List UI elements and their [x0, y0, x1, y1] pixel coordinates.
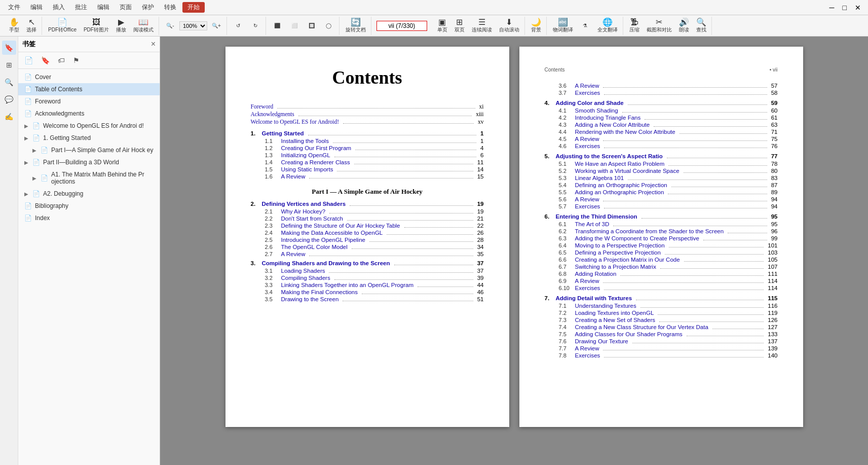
start-button[interactable]: 开始 [182, 2, 205, 13]
menu-convert[interactable]: 转换 [160, 2, 180, 13]
sidebar-item-foreword[interactable]: 📄 Foreword [18, 95, 160, 108]
screenshot-tool[interactable]: ✂ 截图和对比 [644, 17, 675, 34]
menu-edit[interactable]: 编辑 [26, 2, 47, 13]
toc-ch5-link[interactable]: Adjusting to the Screen's Aspect Ratio [556, 153, 663, 159]
sidebar-item-cover[interactable]: 📄 Cover [18, 71, 160, 83]
hand-tool[interactable]: ✋ 手型 [6, 17, 22, 34]
toc-2-5: 2.5 Introducing the OpenGL Pipeline 28 [251, 237, 484, 243]
toc-ch6-link[interactable]: Entering the Third Dimension [556, 213, 637, 220]
toc-1-2-link[interactable]: Creating Our First Program [281, 145, 352, 151]
toc-1-4-link[interactable]: Creating a Renderer Class [281, 159, 350, 165]
sidebar-item-getting-started[interactable]: ▶ 📄 1. Getting Started [18, 132, 160, 144]
menu-page[interactable]: 页面 [116, 2, 136, 13]
toc-ch7-link[interactable]: Adding Detail with Textures [556, 295, 632, 301]
auto-scroll-tool[interactable]: ⬇ 自动滚动 [496, 17, 522, 34]
single-page-tool[interactable]: ▣ 单页 [434, 17, 450, 34]
sidebar-icon-flag[interactable]: ⚑ [71, 54, 82, 66]
sidebar-item-acknowledgments[interactable]: 📄 Acknowledgments [18, 108, 160, 120]
tool-group-bg: 🌙 背景 [526, 17, 547, 35]
arrow-a2: ▶ [24, 191, 28, 197]
rotate-left-tool[interactable]: ↺ [230, 17, 246, 34]
search-panel-btn[interactable]: 🔍 [2, 75, 16, 89]
toc-ch2-link[interactable]: Defining Vertices and Shaders [262, 201, 346, 207]
sidebar-item-part2[interactable]: ▶ 📄 Part II—Building a 3D World [18, 156, 160, 168]
main-area: 🔖 ⊞ 🔍 💬 ✍ 书签 × 📄 🔖 🏷 ⚑ 📄 Cover 📄 Table o… [0, 37, 868, 465]
toc-1-5-link[interactable]: Using Static Imports [281, 166, 333, 172]
sidebar-item-welcome[interactable]: ▶ 📄 Welcome to OpenGL ES for Androi d! [18, 120, 160, 132]
read-aloud-tool[interactable]: 🔊 朗读 [676, 17, 692, 34]
toc-1-6-link[interactable]: A Review [281, 173, 306, 180]
window-minimize[interactable]: ─ [826, 4, 838, 12]
prev-page-tool[interactable]: ⬛ [269, 17, 285, 34]
toc-ch1-page: 1 [480, 130, 483, 136]
sidebar-item-bibliography[interactable]: 📄 Bibliography [18, 200, 160, 212]
menu-protect[interactable]: 保护 [138, 2, 158, 13]
search-tool[interactable]: 🔍 查找 [693, 17, 709, 34]
compress-icon: 🗜 [630, 18, 638, 26]
page-input[interactable] [376, 21, 427, 31]
next-page-tool[interactable]: ◯ [321, 17, 337, 34]
rotate-doc-tool[interactable]: 🔄 旋转文档 [343, 17, 369, 34]
play-tool[interactable]: ▶ 播放 [113, 17, 129, 34]
toc-welcome-link[interactable]: Welcome to OpenGL ES for Android! [251, 119, 339, 125]
word-translate-tool[interactable]: 🔤 物词翻译 [550, 17, 576, 34]
toc-1-3-link[interactable]: Initializing OpenGL [281, 152, 330, 158]
zoom-in-icon: 🔍+ [212, 23, 221, 28]
full-translate-tool[interactable]: 🌐 全文翻译 [594, 17, 621, 34]
sidebar-header: 书签 × [18, 37, 160, 52]
rotate-right-tool[interactable]: ↻ [247, 17, 263, 34]
menu-file[interactable]: 文件 [4, 2, 24, 13]
doc-icon-part1: 📄 [41, 147, 48, 154]
toc-4-2: 4.2 Introducing Triangle Fans 61 [545, 115, 778, 121]
pdf-office-tool[interactable]: 📄 PDF转Office [45, 17, 80, 34]
toc-ch3-link[interactable]: Compiling Shaders and Drawing to the Scr… [262, 260, 390, 266]
compress-tool[interactable]: 🗜 压缩 [626, 17, 643, 34]
sidebar-icon-page[interactable]: 📄 [22, 54, 35, 66]
fit-page-tool[interactable]: 🔲 [304, 17, 320, 34]
toc-1-1-link[interactable]: Installing the Tools [281, 138, 329, 144]
continuous-tool[interactable]: ☰ 连续阅读 [469, 17, 495, 34]
signature-panel-btn[interactable]: ✍ [2, 110, 16, 124]
select-tool[interactable]: ↖ 选择 [23, 17, 40, 34]
comment-panel-btn[interactable]: 💬 [2, 92, 16, 106]
sidebar-item-toc[interactable]: 📄 Table of Contents [18, 83, 160, 95]
toc-welcome-page: xv [478, 119, 484, 125]
sidebar-item-index[interactable]: 📄 Index [18, 212, 160, 224]
double-page-tool[interactable]: ⊞ 双页 [451, 17, 468, 34]
toc-5-7: 5.7 Exercises 94 [545, 203, 778, 209]
sidebar-item-part1[interactable]: ▶ 📄 Part I—A Simple Game of Air Hock ey [18, 144, 160, 156]
toc-ch4-link[interactable]: Adding Color and Shade [556, 100, 624, 106]
pdf-image-tool[interactable]: 🖼 PDF转图片 [81, 17, 112, 34]
tool-group-view: ▣ 单页 ⊞ 双页 ☰ 连续阅读 ⬇ 自动滚动 [432, 17, 525, 35]
thumbnail-panel-btn[interactable]: ⊞ [2, 58, 16, 72]
background-tool[interactable]: 🌙 背景 [528, 17, 544, 34]
zoom-select[interactable]: 100% [179, 21, 207, 30]
sidebar-item-a2[interactable]: ▶ 📄 A2. Debugging [18, 188, 160, 200]
toc-ack-link[interactable]: Acknowledgments [251, 111, 294, 117]
toc-ch5-dots [667, 158, 767, 158]
sidebar-icon-tag[interactable]: 🏷 [56, 54, 67, 66]
zoom-out-tool[interactable]: 🔍- [162, 17, 178, 34]
menu-insert[interactable]: 插入 [49, 2, 69, 13]
zoom-in-tool[interactable]: 🔍+ [208, 17, 224, 34]
fit-width-tool[interactable]: ⬜ [286, 17, 303, 34]
sidebar-icon-bookmark[interactable]: 🔖 [39, 54, 52, 66]
read-mode-tool[interactable]: 📖 阅读模式 [130, 17, 157, 34]
toc-foreword-link[interactable]: Foreword [251, 103, 274, 110]
toc-ch1-link[interactable]: Getting Started [262, 130, 304, 136]
toc-6-7: 6.7 Switching to a Projection Matrix 107 [545, 264, 778, 270]
sidebar-item-a1[interactable]: ▶ 📄 A1. The Matrix Math Behind the Pr oj… [18, 168, 160, 188]
right-page-header-right: • vii [770, 67, 778, 73]
toc-4-3: 4.3 Adding a New Color Attribute 63 [545, 122, 778, 128]
window-close[interactable]: ✕ [852, 4, 864, 12]
content-scroll[interactable]: Contents Foreword xi Acknowledgments xii… [160, 37, 868, 465]
toc-5-4: 5.4 Defining an Orthographic Projection … [545, 182, 778, 188]
sidebar-close-btn[interactable]: × [151, 40, 156, 49]
toc-ch5-page: 77 [771, 153, 778, 159]
menu-comment[interactable]: 批注 [71, 2, 91, 13]
filter-tool[interactable]: ⚗ [577, 17, 593, 34]
menu-edit2[interactable]: 编辑 [93, 2, 114, 13]
bookmark-panel-btn[interactable]: 🔖 [2, 41, 16, 55]
window-maximize[interactable]: □ [840, 4, 850, 12]
toc-5-6: 5.6 A Review 94 [545, 196, 778, 202]
